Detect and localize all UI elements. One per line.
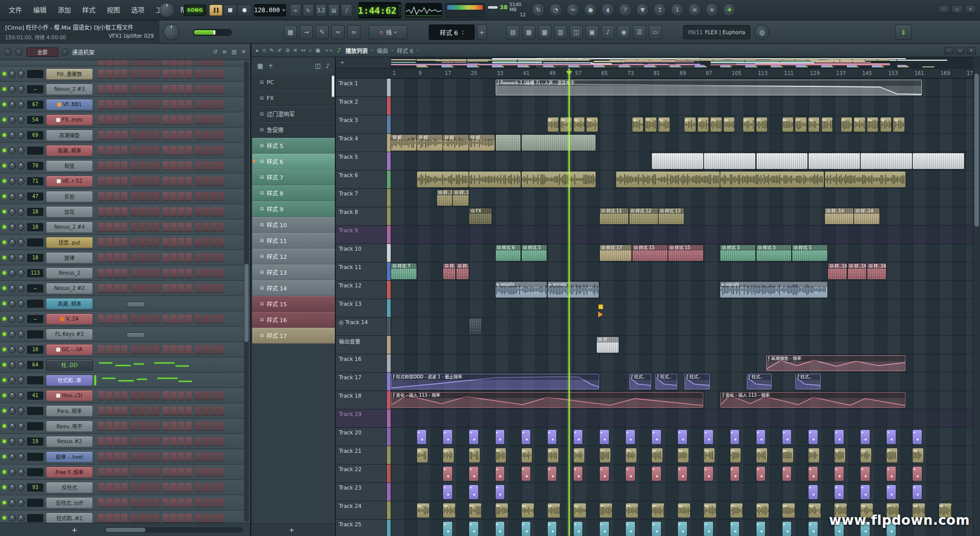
step-cell[interactable] [106, 514, 112, 523]
clip[interactable]: ▸ [600, 522, 609, 536]
typing-keyboard-icon[interactable]: ♪ [341, 4, 352, 16]
step-cell[interactable] [162, 514, 169, 523]
maximize-button[interactable]: ▭ [955, 47, 965, 54]
channel-pan-knob[interactable] [9, 453, 16, 460]
track-color-strip[interactable] [387, 501, 391, 519]
channel-volume-knob[interactable] [17, 86, 24, 93]
clip[interactable]: ▸ [522, 430, 531, 444]
channel-pan-knob[interactable] [9, 270, 16, 277]
track-color-strip[interactable] [387, 262, 391, 280]
channel-button[interactable]: FX..mes [46, 114, 93, 126]
channel-pan-knob[interactable] [9, 208, 16, 215]
step-cell[interactable] [185, 177, 192, 186]
step-cell[interactable] [153, 60, 160, 66]
track-header[interactable]: Track 4… [336, 134, 387, 152]
clip[interactable]: ▸ [782, 522, 792, 536]
step-cell[interactable] [210, 238, 216, 247]
channel-volume-knob[interactable] [17, 147, 24, 154]
channel-button[interactable]: 和弦 [46, 160, 93, 172]
step-cell[interactable] [194, 69, 201, 79]
channel-button[interactable]: 高潮..频率 [46, 298, 93, 309]
step-cell[interactable] [178, 452, 184, 461]
step-cell[interactable] [185, 161, 192, 170]
step-cell[interactable] [170, 223, 177, 232]
step-cell[interactable] [217, 131, 224, 140]
channel-pan-knob[interactable] [9, 162, 16, 169]
clip[interactable]: ▸▸ [795, 117, 806, 132]
channel-volume-knob[interactable] [17, 499, 24, 506]
rack-horizontal-scrollbar[interactable] [105, 527, 243, 532]
channel-volume-knob[interactable] [17, 193, 24, 200]
channel-button[interactable]: 柱..DD [46, 359, 93, 371]
step-cell[interactable] [185, 422, 192, 431]
channel-volume-knob[interactable] [17, 270, 24, 277]
channelrack-toggle-icon[interactable]: ▩ [538, 25, 551, 39]
clip[interactable]: ▸ [469, 430, 478, 444]
step-cell[interactable] [106, 314, 112, 324]
mixer-target-display[interactable]: 47 [27, 192, 43, 201]
plugin-picker-icon[interactable]: ▣ [585, 25, 599, 39]
menu-item[interactable]: 样式 [77, 0, 101, 20]
channel-mute-led[interactable] [3, 103, 6, 106]
channel-button[interactable]: GC -..llA [46, 344, 93, 355]
step-cell[interactable] [178, 115, 184, 125]
track-color-strip[interactable] [387, 226, 391, 243]
clip[interactable] [417, 172, 469, 187]
step-cell[interactable] [113, 60, 120, 66]
step-cell[interactable] [178, 468, 184, 477]
track-header[interactable]: 输出音量… [336, 336, 387, 354]
import-icon[interactable]: ↧ [671, 3, 684, 16]
brush-tool-icon[interactable]: ✐ [278, 47, 282, 54]
timeline-ruler[interactable]: 1917253341495765738189971051131211291371… [336, 68, 973, 79]
clip[interactable] [469, 172, 521, 187]
clip[interactable]: ▸ [469, 467, 478, 481]
clip[interactable]: ▸ [887, 467, 896, 481]
step-cell[interactable] [194, 422, 201, 431]
clip[interactable]: ▸▸ [730, 503, 743, 518]
clip[interactable]: ▸ [704, 430, 713, 444]
step-cell[interactable] [194, 284, 201, 293]
track-header[interactable]: Track 6… [336, 170, 387, 188]
step-cell[interactable] [106, 146, 112, 155]
channel-pan-knob[interactable] [9, 285, 16, 292]
step-cell[interactable] [210, 192, 216, 201]
help-icon[interactable]: ? [619, 3, 632, 16]
step-cell[interactable] [217, 192, 224, 201]
loop-record-icon[interactable]: ↻ [303, 4, 314, 16]
channel-pan-knob[interactable] [9, 377, 16, 384]
channel-volume-knob[interactable] [17, 285, 24, 292]
step-cell[interactable] [170, 85, 177, 94]
step-cell[interactable] [153, 391, 160, 400]
step-cell[interactable] [210, 483, 216, 492]
step-cell[interactable] [162, 238, 169, 247]
step-cell[interactable] [153, 314, 160, 324]
step-cell[interactable] [153, 131, 160, 140]
step-cell[interactable] [98, 146, 105, 155]
step-cell[interactable] [106, 60, 112, 66]
step-cell[interactable] [210, 131, 216, 140]
step-cell[interactable] [138, 161, 144, 170]
step-cell[interactable] [178, 238, 184, 247]
menu-icon[interactable]: ≡ [688, 3, 701, 16]
step-cell[interactable] [178, 69, 184, 79]
clip[interactable]: ⊟ 样..13 [437, 190, 452, 206]
channel-volume-knob[interactable] [17, 162, 24, 169]
slider-thumb[interactable] [213, 30, 215, 35]
step-cell[interactable] [217, 452, 224, 461]
picker-grid-icon[interactable]: ▦ [257, 62, 263, 69]
channel-mute-led[interactable] [3, 409, 6, 412]
step-cell[interactable] [185, 468, 192, 477]
step-cell[interactable] [113, 131, 120, 140]
project-info[interactable]: [Cirno] 旺仔小乔 - 樱.Mix 国语女) DJ小智工程文件 150:0… [0, 20, 159, 44]
wave-icon[interactable]: ≋ [705, 3, 719, 16]
track-header[interactable]: Track 13… [336, 299, 387, 317]
step-cell[interactable] [145, 468, 152, 477]
step-cell[interactable] [138, 314, 144, 324]
step-cell[interactable] [170, 238, 177, 247]
step-cell[interactable] [210, 60, 216, 66]
step-cell[interactable] [106, 177, 112, 186]
mixer-target-display[interactable] [27, 300, 43, 308]
clip[interactable]: ▸▸ [600, 503, 612, 518]
track-header[interactable]: Track 3… [336, 115, 387, 133]
step-cell[interactable] [185, 115, 192, 125]
